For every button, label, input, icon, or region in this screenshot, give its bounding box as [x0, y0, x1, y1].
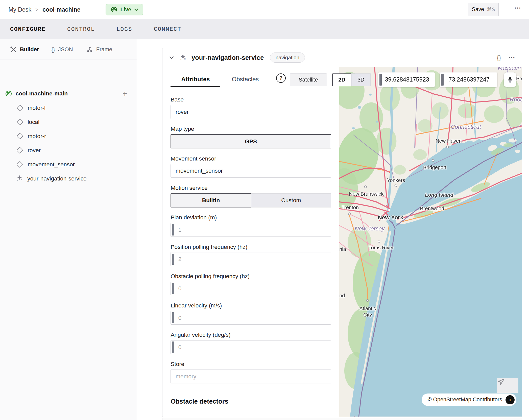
satellite-toggle-button[interactable]: Satellite — [290, 73, 327, 86]
linear-velocity-input[interactable] — [171, 311, 331, 325]
navigation-map[interactable]: Massach Rhod Pro Connecticut New Haven B… — [339, 67, 522, 417]
component-diamond-icon — [17, 104, 23, 111]
linear-velocity-field: Linear velocity (m/s) — [171, 302, 331, 325]
linear-velocity-label: Linear velocity (m/s) — [171, 302, 331, 309]
map-2d-button[interactable]: 2D — [332, 73, 351, 86]
chevron-down-icon — [134, 8, 138, 11]
tree-item-navigation-service[interactable]: × × your-navigation-service — [0, 171, 137, 186]
map-label-yonkers: Yonkers — [387, 177, 405, 183]
tree-item-local[interactable]: local — [0, 115, 137, 129]
map-type-gps-button[interactable]: GPS — [171, 134, 331, 148]
mode-builder[interactable]: Builder — [10, 46, 39, 53]
mode-json-label: JSON — [58, 46, 73, 53]
tree-item-motor-r[interactable]: motor-r — [0, 129, 137, 143]
store-input[interactable] — [171, 370, 331, 383]
base-field: Base — [171, 96, 331, 119]
map-label-trenton: Trenton — [342, 205, 359, 211]
svg-text:×: × — [184, 58, 186, 61]
live-status-dropdown[interactable]: Live — [106, 4, 143, 15]
angular-velocity-field: Angular velocity (deg/s) — [171, 331, 331, 354]
card-title: your-navigation-service — [191, 54, 264, 61]
mode-builder-label: Builder — [20, 46, 39, 53]
tab-connect[interactable]: CONNECT — [144, 26, 193, 33]
tree-item-movement-sensor[interactable]: movement_sensor — [0, 157, 137, 171]
component-diamond-icon — [17, 147, 23, 153]
breadcrumb-separator-icon: > — [35, 7, 38, 13]
code-view-button[interactable]: {} — [497, 48, 501, 67]
angular-velocity-input[interactable] — [171, 340, 331, 354]
movement-sensor-input[interactable] — [171, 164, 331, 178]
braces-icon: {} — [51, 46, 55, 53]
obstacle-polling-field: Obstacle polling frequency (hz) — [171, 273, 331, 295]
step-down-icon[interactable]: ▼ — [508, 80, 512, 84]
map-3d-button[interactable]: 3D — [351, 73, 371, 86]
map-label-bridgeport: Bridgeport — [423, 165, 446, 170]
map-label-partial: nd — [339, 293, 345, 298]
tree-item-rover[interactable]: rover — [0, 143, 137, 157]
card-more-menu-button[interactable]: ••• — [509, 48, 515, 67]
mode-frame-label: Frame — [96, 46, 112, 53]
collapse-chevron-icon[interactable] — [169, 56, 174, 59]
movement-sensor-field: Movement sensor — [171, 155, 331, 178]
svg-text:×: × — [17, 179, 18, 182]
map-label-new-brunswick: New Brunswick — [349, 191, 384, 197]
breadcrumb-root[interactable]: My Desk — [8, 6, 31, 13]
config-sidebar: Builder {} JSON Frame — [0, 39, 137, 420]
base-input[interactable] — [171, 105, 331, 119]
breadcrumb: My Desk > cool-machine — [8, 0, 80, 19]
map-label-new-jersey: New Jersey — [355, 225, 385, 232]
latitude-input[interactable] — [385, 72, 434, 87]
info-icon[interactable]: i — [506, 395, 515, 404]
svg-text:×: × — [180, 58, 182, 61]
tab-control[interactable]: CONTROL — [57, 26, 106, 33]
tree-root-machine[interactable]: cool-machine-main + — [0, 87, 137, 101]
map-type-label: Map type — [171, 125, 331, 132]
recenter-button[interactable] — [497, 378, 518, 393]
svg-text:×: × — [21, 179, 22, 181]
save-button[interactable]: Save ⌘S — [468, 3, 499, 16]
component-diamond-icon — [17, 161, 23, 168]
panel-divider[interactable] — [149, 39, 149, 420]
zoom-stepper[interactable]: ▲ ▼ — [504, 72, 517, 87]
attribution-text: © OpenStreetMap Contributors — [428, 397, 502, 403]
tab-obstacles[interactable]: Obstacles — [220, 76, 270, 87]
main-nav-tabs: CONFIGURE CONTROL LOGS CONNECT — [0, 19, 529, 39]
tab-attributes[interactable]: Attributes — [171, 76, 220, 87]
map-label-providence: Pro — [516, 75, 522, 81]
latitude-field — [378, 72, 435, 87]
longitude-field — [440, 72, 497, 87]
map-label-atlantic-city: Atlantic City — [356, 305, 379, 318]
motion-custom-option[interactable]: Custom — [251, 193, 331, 207]
broadcast-icon — [111, 6, 117, 13]
mode-json[interactable]: {} JSON — [51, 46, 73, 53]
tree-item-motor-l[interactable]: motor-l — [0, 101, 137, 115]
card-header: × × your-navigation-service navigation {… — [162, 48, 522, 67]
service-type-badge: navigation — [270, 52, 305, 63]
help-icon[interactable]: ? — [276, 73, 285, 83]
machine-config-page: My Desk > cool-machine Live Save ⌘S ••• … — [0, 0, 529, 420]
map-type-field: Map type GPS — [171, 125, 331, 148]
position-polling-input[interactable] — [171, 252, 331, 266]
panel-tabs: Attributes Obstacles — [171, 76, 270, 87]
tab-logs[interactable]: LOGS — [106, 26, 144, 33]
plan-deviation-label: Plan deviation (m) — [171, 214, 331, 221]
base-label: Base — [171, 96, 331, 103]
map-label-toms-river: Toms River — [369, 245, 394, 251]
position-polling-field: Position polling frequency (hz) — [171, 244, 331, 266]
navigate-arrow-icon — [497, 378, 505, 386]
map-label-massachusetts: Massach — [498, 67, 521, 71]
map-label-rhode-island: Rhod — [510, 96, 522, 103]
add-component-button[interactable]: + — [123, 90, 127, 98]
component-diamond-icon — [17, 133, 23, 139]
obstacle-polling-input[interactable] — [171, 282, 331, 296]
page-more-menu-button[interactable]: ••• — [515, 5, 521, 11]
tab-configure[interactable]: CONFIGURE — [0, 26, 57, 33]
navigation-service-card: × × your-navigation-service navigation {… — [162, 48, 522, 417]
motion-builtin-option[interactable]: Builtin — [171, 193, 251, 207]
mode-frame[interactable]: Frame — [86, 46, 112, 53]
tools-icon — [10, 46, 17, 53]
live-label: Live — [120, 7, 131, 13]
plan-deviation-input[interactable] — [171, 223, 331, 237]
machine-part-icon — [5, 90, 12, 97]
longitude-input[interactable] — [447, 72, 497, 87]
